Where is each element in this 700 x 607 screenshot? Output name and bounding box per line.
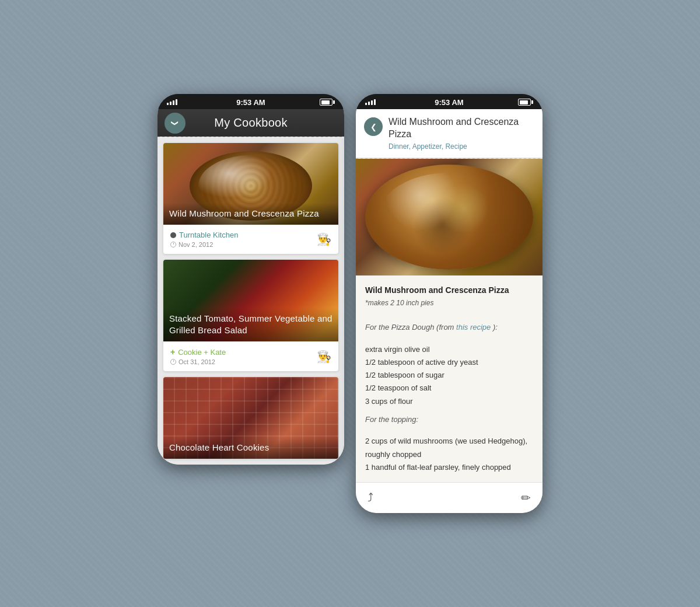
detail-main-title: Wild Mushroom and Crescenza Pizza xyxy=(388,116,534,141)
salad-meta: + Cookie + Kate Oct 31, 2012 👨‍🍳 xyxy=(163,341,338,371)
spacer-4 xyxy=(365,429,533,435)
detail-footer: ⤴ ✏ xyxy=(356,482,542,513)
pizza-title-text: Wild Mushroom and Crescenza Pizza xyxy=(169,208,319,218)
signal-bar-4 xyxy=(176,99,177,105)
cookbook-title: My Cookbook xyxy=(214,116,288,130)
salad-title-text: Stacked Tomato, Summer Vegetable and Gri… xyxy=(169,313,332,335)
right-signal-icon xyxy=(365,99,376,105)
detail-recipe-subtitle: *makes 2 10 inch pies xyxy=(365,298,533,309)
topping-ingredient-2: 1 handful of flat-leaf parsley, finely c… xyxy=(365,461,533,474)
detail-title-area: Wild Mushroom and Crescenza Pizza Dinner… xyxy=(388,116,534,151)
right-battery-icon xyxy=(518,99,533,106)
back-button[interactable] xyxy=(364,117,383,136)
cookies-title-overlay: Chocolate Heart Cookies xyxy=(163,437,338,459)
app-container: 9:53 AM My Cookbook xyxy=(158,94,542,513)
pizza-title-overlay: Wild Mushroom and Crescenza Pizza xyxy=(163,203,338,225)
recipe-image-salad: Stacked Tomato, Summer Vegetable and Gri… xyxy=(163,260,338,341)
detail-content: Wild Mushroom and Crescenza Pizza *makes… xyxy=(356,159,542,482)
pizza-source-name: Turntable Kitchen xyxy=(170,231,238,239)
topping-label: For the topping: xyxy=(365,414,533,426)
ingredient-2: 1/2 tablespoon of active dry yeast xyxy=(365,356,533,369)
right-clock: 9:53 AM xyxy=(435,98,463,107)
dropdown-button[interactable] xyxy=(164,113,186,134)
spacer-2 xyxy=(365,337,533,343)
pizza-source: Turntable Kitchen Nov 2, 2012 xyxy=(170,231,238,248)
signal-bar-3 xyxy=(173,100,174,105)
edit-button[interactable]: ✏ xyxy=(521,491,531,505)
spacer-3 xyxy=(365,408,533,414)
detail-subtitle: Dinner, Appetizer, Recipe xyxy=(388,142,534,151)
battery-icon xyxy=(320,99,335,106)
share-button[interactable]: ⤴ xyxy=(368,491,373,504)
pizza-meta: Turntable Kitchen Nov 2, 2012 👨‍🍳 xyxy=(163,225,338,254)
recipe-card-pizza[interactable]: Wild Mushroom and Crescenza Pizza Turnta… xyxy=(163,143,338,254)
detail-recipe-title: Wild Mushroom and Crescenza Pizza xyxy=(365,284,533,296)
ingredient-1: extra virgin olive oil xyxy=(365,343,533,356)
detail-pizza-image xyxy=(356,159,542,275)
salad-source: + Cookie + Kate Oct 31, 2012 xyxy=(170,347,226,365)
left-screen: My Cookbook Wild Mushroom and Crescenza … xyxy=(158,109,344,465)
recipe-image-pizza: Wild Mushroom and Crescenza Pizza xyxy=(163,143,338,225)
pizza-date: Nov 2, 2012 xyxy=(170,241,238,248)
signal-icon xyxy=(167,99,177,105)
battery-tip xyxy=(333,100,335,104)
recipe-list: Wild Mushroom and Crescenza Pizza Turnta… xyxy=(158,137,344,465)
right-status-bar: 9:53 AM xyxy=(356,94,542,109)
this-recipe-link[interactable]: this recipe xyxy=(456,323,491,332)
plus-icon: + xyxy=(170,347,175,357)
recipe-detail-header: Wild Mushroom and Crescenza Pizza Dinner… xyxy=(356,109,542,158)
ingredient-4: 1/2 teaspoon of salt xyxy=(365,382,533,395)
right-screen: Wild Mushroom and Crescenza Pizza Dinner… xyxy=(356,109,542,513)
cookies-title-text: Chocolate Heart Cookies xyxy=(169,442,269,452)
chef-icon-2: 👨‍🍳 xyxy=(317,350,331,364)
right-phone: 9:53 AM Wild Mushroom and Crescenza Pizz… xyxy=(356,94,542,513)
cookbook-header: My Cookbook xyxy=(158,109,344,137)
detail-text-area: Wild Mushroom and Crescenza Pizza *makes… xyxy=(356,275,542,482)
battery-body xyxy=(320,99,332,106)
left-phone: 9:53 AM My Cookbook xyxy=(158,94,344,465)
left-clock: 9:53 AM xyxy=(236,98,265,107)
salad-date: Oct 31, 2012 xyxy=(170,358,226,365)
salad-title-overlay: Stacked Tomato, Summer Vegetable and Gri… xyxy=(163,308,338,341)
salad-source-name: + Cookie + Kate xyxy=(170,347,226,357)
source-dot-icon xyxy=(170,232,176,238)
ingredient-3: 1/2 tablespoon of sugar xyxy=(365,369,533,382)
battery-fill xyxy=(321,100,330,104)
dough-intro: For the Pizza Dough (from this recipe ): xyxy=(365,322,533,334)
clock-icon-2 xyxy=(170,359,176,365)
recipe-image-cookies: Chocolate Heart Cookies xyxy=(163,377,338,459)
recipe-card-cookies[interactable]: Chocolate Heart Cookies xyxy=(163,377,338,459)
recipe-card-salad[interactable]: Stacked Tomato, Summer Vegetable and Gri… xyxy=(163,260,338,371)
topping-ingredient-1: 2 cups of wild mushrooms (we used Hedgeh… xyxy=(365,435,533,461)
signal-bar-2 xyxy=(170,102,172,105)
ingredient-5: 3 cups of flour xyxy=(365,395,533,408)
clock-icon xyxy=(170,242,176,247)
chef-icon: 👨‍🍳 xyxy=(317,232,331,246)
left-status-bar: 9:53 AM xyxy=(158,94,344,109)
spacer-1 xyxy=(365,316,533,322)
signal-bar-1 xyxy=(167,103,169,105)
